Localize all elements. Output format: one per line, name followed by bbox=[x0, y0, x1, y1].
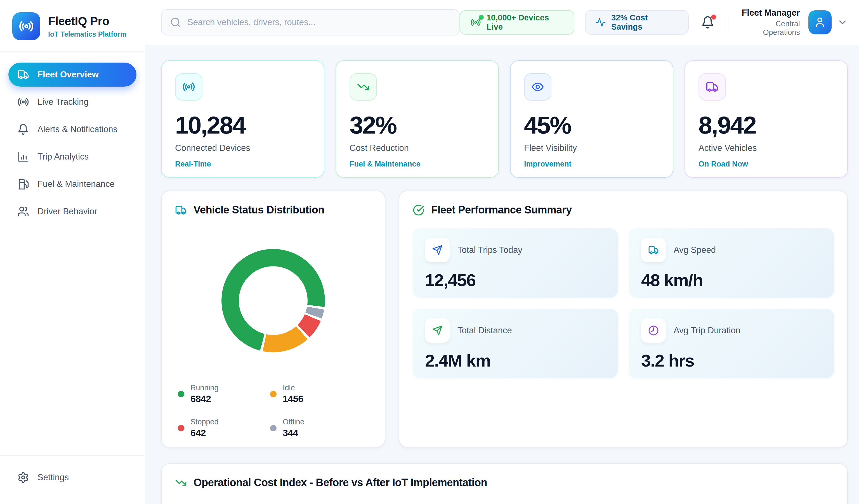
app-logo bbox=[12, 12, 40, 40]
stat-value: 45% bbox=[524, 113, 659, 138]
truck-icon bbox=[706, 80, 719, 93]
stat-card-active-vehicles: 8,942 Active Vehicles On Road Now bbox=[684, 60, 848, 178]
legend-value: 344 bbox=[283, 427, 304, 438]
activity-icon bbox=[596, 17, 606, 28]
sidebar-item-fuel-maintenance[interactable]: Fuel & Maintenance bbox=[9, 172, 136, 196]
user-name: Fleet Manager bbox=[738, 8, 800, 18]
truck-icon bbox=[17, 69, 29, 80]
tile-label: Total Distance bbox=[457, 326, 512, 335]
sidebar-item-label: Fleet Overview bbox=[37, 69, 99, 80]
fleet-performance-panel: Fleet Performance Summary Total Trips To… bbox=[399, 191, 848, 447]
stat-icon-tile bbox=[349, 73, 377, 100]
vehicle-status-panel: Vehicle Status Distribution Running 6842… bbox=[161, 191, 385, 447]
search-box[interactable] bbox=[161, 9, 460, 35]
notifications-button[interactable] bbox=[701, 16, 714, 29]
cost-savings-badge: 32% Cost Savings bbox=[585, 10, 689, 35]
legend-label: Idle bbox=[283, 383, 303, 392]
stat-icon-tile bbox=[698, 73, 726, 100]
legend-dot bbox=[270, 391, 276, 397]
legend-label: Running bbox=[191, 383, 218, 392]
legend-item-idle: Idle 1456 bbox=[270, 383, 362, 404]
sidebar-item-fleet-overview[interactable]: Fleet Overview bbox=[9, 63, 136, 86]
sidebar-item-trip-analytics[interactable]: Trip Analytics bbox=[9, 145, 136, 169]
legend-value: 6842 bbox=[191, 393, 218, 404]
sidebar-item-alerts[interactable]: Alerts & Notifications bbox=[9, 117, 136, 141]
notification-dot bbox=[711, 15, 716, 19]
stat-value: 8,942 bbox=[698, 113, 834, 138]
sidebar-item-driver-behavior[interactable]: Driver Behavior bbox=[9, 200, 136, 223]
user-info: Fleet Manager Central Operations bbox=[738, 8, 800, 37]
donut-legend: Running 6842 Idle 1456 Stopped 642 bbox=[162, 383, 385, 438]
tile-value: 2.4M km bbox=[425, 351, 605, 371]
legend-value: 1456 bbox=[283, 393, 303, 404]
tile-icon-box bbox=[425, 238, 450, 262]
tile-label: Avg Speed bbox=[674, 245, 716, 255]
topbar-divider bbox=[727, 12, 727, 33]
trending-down-icon bbox=[175, 477, 187, 489]
stat-card-connected-devices: 10,284 Connected Devices Real-Time bbox=[161, 60, 325, 178]
search-input[interactable] bbox=[187, 17, 451, 27]
perf-tile-avg-trip-duration: Avg Trip Duration 3.2 hrs bbox=[629, 309, 834, 378]
sidebar-item-settings[interactable]: Settings bbox=[9, 466, 136, 489]
legend-item-stopped: Stopped 642 bbox=[178, 418, 270, 438]
app-title: FleetIQ Pro bbox=[48, 15, 126, 28]
sidebar-item-label: Settings bbox=[37, 472, 69, 483]
legend-dot bbox=[178, 425, 184, 431]
stat-label: Active Vehicles bbox=[698, 143, 834, 153]
stat-sublabel: On Road Now bbox=[698, 160, 834, 169]
stat-card-fleet-visibility: 45% Fleet Visibility Improvement bbox=[510, 60, 673, 178]
legend-item-offline: Offline 344 bbox=[270, 418, 362, 438]
clock-icon bbox=[648, 325, 659, 336]
bar-chart-icon bbox=[17, 151, 29, 162]
stat-sublabel: Real-Time bbox=[175, 160, 311, 169]
sidebar: FleetIQ Pro IoT Telematics Platform Flee… bbox=[0, 0, 146, 504]
panel-title: Fleet Performance Summary bbox=[431, 204, 572, 216]
app-root: FleetIQ Pro IoT Telematics Platform Flee… bbox=[0, 0, 859, 504]
stat-value: 32% bbox=[349, 113, 485, 138]
tile-icon-box bbox=[641, 318, 666, 343]
sidebar-item-label: Alerts & Notifications bbox=[37, 124, 118, 135]
legend-dot bbox=[178, 391, 184, 397]
cost-savings-label: 32% Cost Savings bbox=[611, 13, 678, 32]
user-org: Central Operations bbox=[738, 19, 800, 37]
stats-row: 10,284 Connected Devices Real-Time 32% C… bbox=[161, 60, 848, 178]
main-content: 10,284 Connected Devices Real-Time 32% C… bbox=[146, 45, 859, 504]
fuel-icon bbox=[17, 178, 29, 190]
panel-title: Operational Cost Index - Before vs After… bbox=[194, 477, 487, 489]
sidebar-item-live-tracking[interactable]: Live Tracking bbox=[9, 90, 136, 114]
tile-value: 3.2 hrs bbox=[641, 351, 822, 371]
eye-icon bbox=[531, 80, 544, 93]
stat-sublabel: Fuel & Maintenance bbox=[349, 160, 485, 169]
radio-icon bbox=[182, 80, 195, 93]
trending-down-icon bbox=[357, 80, 370, 93]
stat-card-cost-reduction: 32% Cost Reduction Fuel & Maintenance bbox=[335, 60, 499, 178]
truck-icon bbox=[175, 204, 187, 216]
sidebar-item-label: Live Tracking bbox=[37, 97, 89, 107]
users-icon bbox=[17, 206, 29, 217]
stat-icon-tile bbox=[175, 73, 202, 100]
chevron-down-icon bbox=[837, 17, 848, 28]
sidebar-item-label: Driver Behavior bbox=[37, 206, 97, 217]
sidebar-item-label: Trip Analytics bbox=[37, 152, 89, 162]
legend-dot bbox=[270, 425, 276, 431]
legend-value: 642 bbox=[191, 427, 218, 438]
radio-icon bbox=[17, 96, 29, 108]
send-icon bbox=[432, 245, 443, 255]
cost-index-chart: 120 bbox=[162, 495, 847, 504]
avatar[interactable] bbox=[809, 10, 832, 34]
vehicle-status-donut bbox=[222, 249, 325, 352]
perf-tile-avg-speed: Avg Speed 48 km/h bbox=[629, 228, 834, 298]
truck-icon bbox=[648, 245, 659, 255]
user-menu-toggle[interactable] bbox=[837, 17, 848, 28]
gear-icon bbox=[17, 472, 29, 483]
perf-tile-total-distance: Total Distance 2.4M km bbox=[413, 309, 618, 378]
cost-index-panel: Operational Cost Index - Before vs After… bbox=[161, 463, 848, 504]
panel-title: Vehicle Status Distribution bbox=[194, 204, 325, 216]
tile-icon-box bbox=[425, 318, 450, 343]
stat-label: Connected Devices bbox=[175, 143, 311, 153]
send-icon bbox=[432, 325, 443, 336]
stat-label: Fleet Visibility bbox=[524, 143, 659, 153]
legend-label: Offline bbox=[283, 418, 304, 426]
devices-live-badge: 10,000+ Devices Live bbox=[460, 10, 574, 35]
tile-value: 48 km/h bbox=[641, 270, 822, 290]
